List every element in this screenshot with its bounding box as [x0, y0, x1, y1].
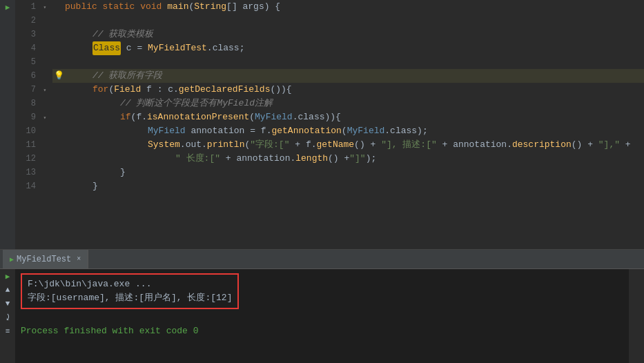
output-line-path: F:\jdk\bin\java.exe ...: [28, 277, 232, 291]
fold-6: [40, 69, 50, 83]
gutter-run-icons: ▶: [0, 0, 15, 249]
line-num-13: 13: [15, 166, 36, 179]
line-num-1: 1: [15, 0, 36, 14]
code-line-2: [52, 14, 644, 28]
code-line-6: 💡 // 获取所有字段: [52, 69, 644, 83]
code-line-4: Class c = MyFieldTest .class;: [52, 41, 644, 55]
code-line-11: System . out . println ( "字段:[" + f. get…: [52, 138, 644, 152]
method-getdeclaredfields: getDeclaredFields: [179, 83, 271, 97]
gutter-empty-7: [0, 83, 15, 97]
code-line-12: " 长度:[" + annotation. length () + "]" );: [52, 152, 644, 166]
code-line-10: MyField annotation = f. getAnnotation ( …: [52, 124, 644, 138]
gutter-empty-4: [0, 41, 15, 55]
run-tab-myfieldtest[interactable]: ▶ MyFieldTest ×: [3, 250, 88, 268]
output-area: F:\jdk\bin\java.exe ... 字段:[username], 描…: [15, 269, 629, 363]
gutter-empty-5: [0, 55, 15, 69]
line-num-4: 4: [15, 41, 36, 55]
comment-get-class-template: // 获取类模板: [92, 28, 153, 41]
panel-filter-button[interactable]: ≡: [2, 326, 13, 337]
code-line-3: // 获取类模板: [52, 28, 644, 41]
panel-run-button[interactable]: ▶: [2, 271, 13, 282]
keyword-static: static: [103, 0, 141, 14]
line-num-3: 3: [15, 28, 36, 41]
fold-icon-9[interactable]: ▾: [43, 115, 47, 121]
gutter-empty-2: [0, 14, 15, 28]
fold-9[interactable]: ▾: [40, 110, 50, 124]
run-tab-icon: ▶: [10, 255, 14, 264]
output-line-blank: [21, 311, 623, 324]
fold-8: [40, 97, 50, 110]
fold-icon-7[interactable]: ▾: [43, 87, 47, 93]
code-line-8: // 判断这个字段是否有MyField注解: [52, 97, 644, 110]
fold-4: [40, 41, 50, 55]
lightbulb-icon[interactable]: 💡: [52, 69, 65, 83]
line-num-12: 12: [15, 152, 36, 166]
output-highlighted-box: F:\jdk\bin\java.exe ... 字段:[username], 描…: [21, 273, 239, 309]
method-main: main: [167, 0, 188, 14]
output-line-exit: Process finished with exit code 0: [21, 324, 623, 338]
comment-get-all-fields: // 获取所有字段: [92, 69, 162, 83]
gutter-empty-8: [0, 97, 15, 110]
code-line-5: [52, 55, 644, 69]
run-tab-close[interactable]: ×: [77, 255, 81, 263]
gutter-empty-11: [0, 138, 15, 152]
fold-11: [40, 138, 50, 152]
fold-14: [40, 179, 50, 193]
gutter-empty-12: [0, 152, 15, 166]
code-line-13: }: [52, 166, 644, 179]
line-num-11: 11: [15, 138, 36, 152]
panel-right-scrollbar: [629, 269, 644, 363]
keyword-void: void: [140, 0, 167, 14]
code-line-1: public static void main(String[] args) {: [52, 0, 644, 14]
fold-7[interactable]: ▾: [40, 83, 50, 97]
fold-1[interactable]: ▾: [40, 0, 50, 14]
line-num-8: 8: [15, 97, 36, 110]
panel-scroll-down-button[interactable]: ▼: [2, 298, 13, 309]
run-icon-row-1[interactable]: ▶: [0, 0, 15, 14]
code-line-14: }: [52, 179, 644, 193]
line-num-7: 7: [15, 83, 36, 97]
output-line-result: 字段:[username], 描述:[用户名], 长度:[12]: [28, 291, 232, 305]
fold-column: ▾ ▾ ▾: [40, 0, 50, 249]
type-string: String: [194, 0, 226, 14]
panel-left-toolbar: ▶ ▲ ▼ ⤸ ≡: [0, 269, 15, 363]
fold-13: [40, 166, 50, 179]
fold-2: [40, 14, 50, 28]
gutter-empty-9: [0, 110, 15, 124]
line-num-2: 2: [15, 14, 36, 28]
line-num-14: 14: [15, 179, 36, 193]
panel-scroll-up-button[interactable]: ▲: [2, 284, 13, 295]
line-num-6: 6: [15, 69, 36, 83]
fold-5: [40, 55, 50, 69]
keyword-public: public: [65, 0, 103, 14]
gutter-empty-3: [0, 28, 15, 41]
gutter-empty-13: [0, 166, 15, 179]
code-line-7: for ( Field f : c. getDeclaredFields ())…: [52, 83, 644, 97]
comment-check-myfield-annotation: // 判断这个字段是否有MyField注解: [120, 97, 273, 110]
line-num-10: 10: [15, 124, 36, 138]
highlighted-class-keyword: Class: [92, 41, 121, 55]
gutter-empty-6: [0, 69, 15, 83]
class-myfieldtest: MyFieldTest: [148, 41, 207, 55]
run-icon[interactable]: ▶: [6, 3, 10, 12]
panel-wrap-button[interactable]: ⤸: [2, 312, 13, 323]
fold-3: [40, 28, 50, 41]
gutter-empty-14: [0, 179, 15, 193]
panel-body: ▶ ▲ ▼ ⤸ ≡ F:\jdk\bin\java.exe ... 字段:[us…: [0, 269, 644, 363]
run-tab-label[interactable]: MyFieldTest: [17, 255, 71, 264]
line-num-5: 5: [15, 55, 36, 69]
code-content-area: public static void main(String[] args) {…: [50, 0, 644, 249]
code-editor: ▶ 1 2 3 4 5 6 7 8 9 10 11 12 13 14 ▾: [0, 0, 644, 249]
fold-10: [40, 124, 50, 138]
gutter-empty-10: [0, 124, 15, 138]
fold-12: [40, 152, 50, 166]
line-numbers: 1 2 3 4 5 6 7 8 9 10 11 12 13 14: [15, 0, 40, 249]
panel-tabs-bar: ▶ MyFieldTest ×: [0, 250, 644, 269]
bottom-panel: ▶ MyFieldTest × ▶ ▲ ▼ ⤸ ≡ F:\jdk\bin\jav…: [0, 249, 644, 363]
fold-icon-1[interactable]: ▾: [43, 4, 47, 10]
code-line-9: if (f. isAnnotationPresent ( MyField .cl…: [52, 110, 644, 124]
line-num-9: 9: [15, 110, 36, 124]
